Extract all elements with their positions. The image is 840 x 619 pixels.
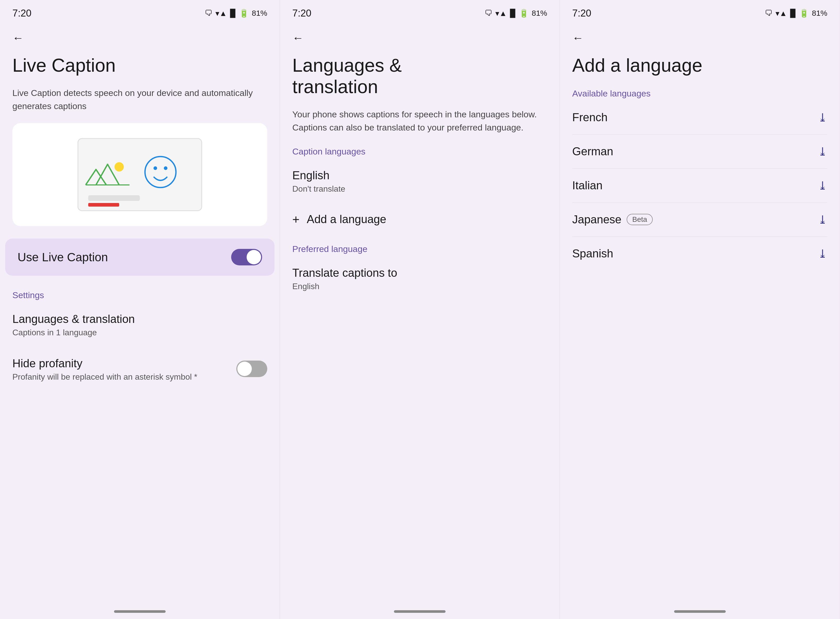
add-language-text: Add a language — [307, 213, 386, 226]
languages-translation-subtitle: Captions in 1 language — [12, 328, 267, 337]
status-bar-2: 7:20 🗨 ▾▲ ▉ 🔋 81% — [280, 0, 560, 23]
signal-icon-3: ▉ — [790, 9, 796, 18]
illustration-box — [12, 123, 267, 226]
translate-captions-subtitle: English — [292, 282, 547, 291]
signal-icon: ▉ — [230, 9, 236, 18]
wifi-icon-3: ▾▲ — [776, 9, 787, 18]
language-name-german: German — [572, 145, 613, 158]
panel-languages-translation: 7:20 🗨 ▾▲ ▉ 🔋 81% ← Languages & translat… — [280, 0, 560, 619]
status-time-2: 7:20 — [292, 8, 311, 19]
status-time-3: 7:20 — [572, 8, 591, 19]
back-button-1[interactable]: ← — [0, 23, 280, 48]
settings-section-label: Settings — [0, 282, 280, 302]
back-button-2[interactable]: ← — [280, 23, 560, 48]
translate-captions-item[interactable]: Translate captions to English — [280, 256, 560, 301]
caption-language-item[interactable]: English Don't translate — [280, 158, 560, 203]
language-row-french[interactable]: French ⤓ — [560, 100, 840, 135]
preferred-language-label: Preferred language — [280, 236, 560, 256]
download-icon-japanese[interactable]: ⤓ — [818, 213, 827, 226]
add-language-row[interactable]: + Add a language — [280, 203, 560, 236]
status-bar-3: 7:20 🗨 ▾▲ ▉ 🔋 81% — [560, 0, 840, 23]
language-name-japanese: Japanese Beta — [572, 213, 653, 226]
download-icon-german[interactable]: ⤓ — [818, 145, 827, 158]
messenger-icon: 🗨 — [205, 9, 212, 18]
download-icon-french[interactable]: ⤓ — [818, 111, 827, 124]
beta-badge-japanese: Beta — [627, 214, 653, 225]
download-icon-spanish[interactable]: ⤓ — [818, 247, 827, 260]
page-title-1: Live Caption — [0, 48, 280, 80]
caption-language-subtitle: Don't translate — [292, 184, 547, 194]
wifi-icon-2: ▾▲ — [495, 9, 507, 18]
battery-icon-2: 🔋 — [519, 9, 529, 18]
signal-icon-2: ▉ — [510, 9, 516, 18]
svg-point-5 — [164, 166, 168, 170]
wifi-icon: ▾▲ — [216, 9, 227, 18]
languages-translation-item[interactable]: Languages & translation Captions in 1 la… — [0, 302, 280, 347]
back-button-3[interactable]: ← — [560, 23, 840, 48]
caption-illustration — [67, 133, 212, 216]
language-row-spanish[interactable]: Spanish ⤓ — [560, 237, 840, 271]
svg-rect-6 — [88, 195, 140, 201]
bottom-nav-bar-1 — [114, 610, 166, 613]
available-languages-label: Available languages — [560, 80, 840, 100]
hide-profanity-row[interactable]: Hide profanity Profanity will be replace… — [0, 347, 280, 391]
caption-languages-label: Caption languages — [280, 138, 560, 158]
panel-live-caption: 7:20 🗨 ▾▲ ▉ 🔋 81% ← Live Caption Live Ca… — [0, 0, 280, 619]
status-icons-2: 🗨 ▾▲ ▉ 🔋 81% — [485, 9, 547, 18]
battery-percent-3: 81% — [812, 9, 827, 18]
page-title-2: Languages & translation — [280, 48, 560, 102]
language-row-german[interactable]: German ⤓ — [560, 135, 840, 168]
hide-profanity-title: Hide profanity — [12, 356, 236, 371]
status-icons-3: 🗨 ▾▲ ▉ 🔋 81% — [765, 9, 827, 18]
svg-point-1 — [115, 162, 124, 172]
battery-percent-1: 81% — [252, 9, 267, 18]
language-name-spanish: Spanish — [572, 247, 613, 260]
battery-icon-3: 🔋 — [799, 9, 809, 18]
caption-language-title: English — [292, 168, 547, 182]
language-name-french: French — [572, 111, 608, 124]
use-live-caption-row[interactable]: Use Live Caption — [5, 239, 274, 276]
translate-captions-title: Translate captions to — [292, 265, 547, 280]
svg-rect-7 — [88, 203, 119, 206]
bottom-nav-bar-2 — [394, 610, 446, 613]
status-time-1: 7:20 — [12, 8, 31, 19]
panel-add-language: 7:20 🗨 ▾▲ ▉ 🔋 81% ← Add a language Avail… — [560, 0, 840, 619]
messenger-icon-2: 🗨 — [485, 9, 492, 18]
language-row-japanese[interactable]: Japanese Beta ⤓ — [560, 203, 840, 236]
plus-icon: + — [292, 212, 299, 226]
page-title-3: Add a language — [560, 48, 840, 80]
live-caption-toggle[interactable] — [231, 249, 262, 265]
svg-point-4 — [154, 166, 157, 170]
download-icon-italian[interactable]: ⤓ — [818, 179, 827, 192]
toggle-label-1: Use Live Caption — [18, 250, 108, 264]
messenger-icon-3: 🗨 — [765, 9, 773, 18]
bottom-nav-bar-3 — [674, 610, 726, 613]
profanity-toggle[interactable] — [236, 360, 267, 377]
languages-translation-title: Languages & translation — [12, 312, 267, 326]
status-bar-1: 7:20 🗨 ▾▲ ▉ 🔋 81% — [0, 0, 280, 23]
page-description-2: Your phone shows captions for speech in … — [280, 102, 560, 138]
battery-icon: 🔋 — [239, 9, 249, 18]
status-icons-1: 🗨 ▾▲ ▉ 🔋 81% — [205, 9, 267, 18]
language-row-italian[interactable]: Italian ⤓ — [560, 169, 840, 202]
page-subtitle-1: Live Caption detects speech on your devi… — [0, 80, 280, 117]
battery-percent-2: 81% — [532, 9, 547, 18]
language-name-italian: Italian — [572, 179, 602, 192]
hide-profanity-subtitle: Profanity will be replaced with an aster… — [12, 372, 236, 382]
